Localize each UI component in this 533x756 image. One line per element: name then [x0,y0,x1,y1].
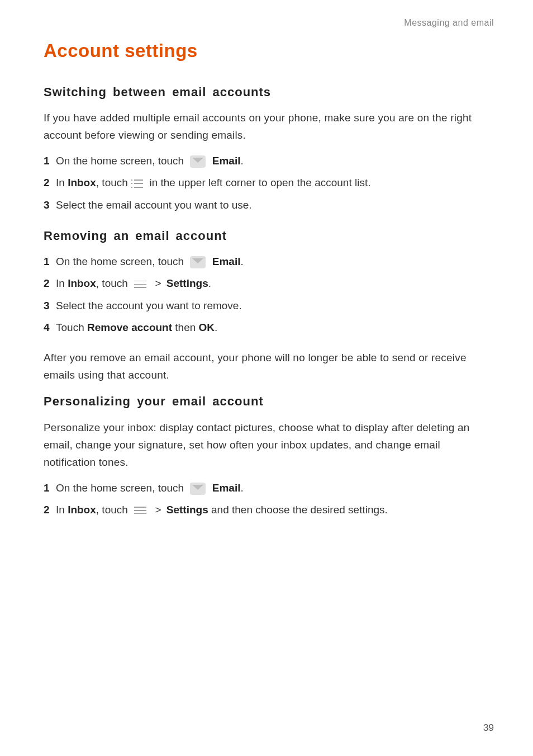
email-app-icon [190,155,206,168]
step-number: 1 [44,152,56,169]
ui-label: Remove account [87,322,172,333]
step: 2In Inbox, touch > Settings and then cho… [44,501,494,518]
step-number: 2 [44,501,56,518]
step-text: . [240,256,243,267]
step-text: , touch [96,504,131,516]
step-text: On the home screen, touch [56,155,187,167]
email-app-icon [190,483,206,495]
page-number: 39 [483,720,494,736]
step: 1On the home screen, touch Email. [44,479,494,497]
step-list: 1On the home screen, touch Email.2In Inb… [44,152,494,214]
section-heading: Personalizing your email account [44,391,494,412]
ui-label: Settings [166,504,208,516]
running-header: Messaging and email [44,16,494,30]
ui-label: Inbox [68,277,96,289]
step-text: On the home screen, touch [56,482,187,494]
step-text: Select the account you want to remove. [56,300,242,311]
step-body: In Inbox, touch > Settings and then choo… [56,501,388,518]
page-title: Account settings [44,36,494,66]
step-number: 2 [44,174,56,191]
step-number: 3 [44,297,56,314]
step-text: . [240,155,243,167]
ui-label: OK [199,322,215,333]
section-heading: Removing an email account [44,226,494,246]
section-intro: Personalize your inbox: display contact … [44,419,494,471]
step-text: . [208,277,211,289]
step-body: Select the account you want to remove. [56,297,242,314]
section-intro: If you have added multiple email account… [44,109,494,144]
step-text: and then choose the desired settings. [208,504,388,516]
step-text: , touch [96,177,131,188]
chevron-right-icon: > [153,504,163,516]
menu-icon [134,281,146,288]
step-number: 4 [44,319,56,336]
step-text: In [56,277,68,289]
ui-label: Settings [166,277,208,289]
step-text: Touch [56,322,87,333]
step: 3Select the account you want to remove. [44,297,494,314]
ui-label: Inbox [68,177,96,188]
ui-label: Inbox [68,504,96,516]
email-app-icon [190,256,206,268]
step: 1On the home screen, touch Email. [44,253,494,270]
step-text: In [56,504,68,516]
step-body: Touch Remove account then OK. [56,319,217,336]
step-text: in the upper left corner to open the acc… [146,177,370,188]
step-text: In [56,177,68,188]
step-number: 1 [44,479,56,497]
step-body: On the home screen, touch Email. [56,479,244,497]
step-text: , touch [96,277,131,289]
step-body: On the home screen, touch Email. [56,253,244,270]
step: 1On the home screen, touch Email. [44,152,494,169]
step-body: Select the email account you want to use… [56,196,252,214]
step: 2In Inbox, touch in the upper left corne… [44,174,494,191]
step-text: . [215,322,217,333]
step-body: In Inbox, touch in the upper left corner… [56,174,370,191]
section-heading: Switching between email accounts [44,82,494,102]
step: 4Touch Remove account then OK. [44,319,494,336]
step-number: 3 [44,196,56,214]
step-list: 1On the home screen, touch Email.2In Inb… [44,253,494,336]
account-list-icon [134,179,143,188]
ui-label: Email [212,155,241,167]
step: 3Select the email account you want to us… [44,196,494,214]
step-text: Select the email account you want to use… [56,199,252,211]
step-text: On the home screen, touch [56,256,187,267]
ui-label: Email [212,482,241,494]
step-number: 2 [44,275,56,292]
step-list: 1On the home screen, touch Email.2In Inb… [44,479,494,519]
menu-icon [134,507,146,514]
step: 2In Inbox, touch > Settings. [44,275,494,292]
step-text: . [240,482,243,494]
document-page: Messaging and email Account settings Swi… [0,0,533,756]
step-body: On the home screen, touch Email. [56,152,244,169]
step-body: In Inbox, touch > Settings. [56,275,211,292]
ui-label: Email [212,256,241,267]
section-outro: After you remove an email account, your … [44,349,494,384]
step-text: then [172,322,199,333]
step-number: 1 [44,253,56,270]
chevron-right-icon: > [153,277,163,289]
